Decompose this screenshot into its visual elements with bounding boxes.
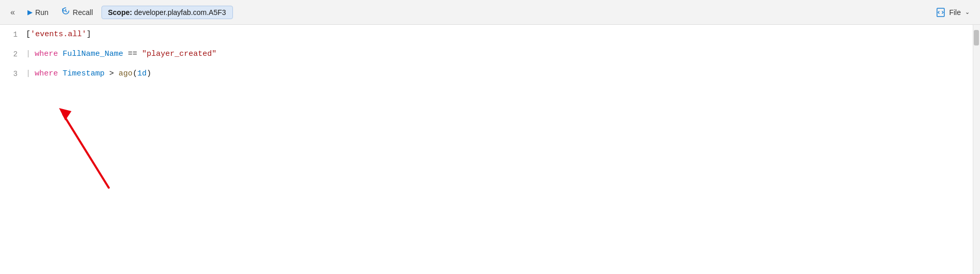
token-ago: ago <box>119 64 133 84</box>
line-pipe-2: | <box>26 44 31 64</box>
toolbar: « ▶ Run Recall Scope: developer.playfab.… <box>0 0 980 25</box>
line-pipe-3: | <box>26 64 31 84</box>
code-editor[interactable]: 1 ['events.all'] 2 | where FullName_Name… <box>0 25 980 274</box>
run-icon: ▶ <box>27 8 33 16</box>
collapse-button[interactable]: « <box>6 6 19 19</box>
line-number-3: 3 <box>0 64 26 84</box>
line-1-content: ['events.all'] <box>26 25 91 44</box>
code-line-3: 3 | where Timestamp > ago(1d) <box>0 64 980 84</box>
line-number-1: 1 <box>0 25 26 44</box>
token-bracket-close: ] <box>86 25 91 44</box>
token-timestamp: Timestamp <box>63 64 105 84</box>
scope-badge: Scope: developer.playfab.com.A5F3 <box>101 6 233 19</box>
token-fullname: FullName_Name <box>63 44 123 64</box>
annotation-arrow <box>57 105 119 201</box>
token-eq: == <box>128 44 137 64</box>
recall-icon <box>61 7 70 18</box>
recall-label: Recall <box>73 8 93 17</box>
token-where-1: where <box>35 44 58 64</box>
scope-value-label: developer.playfab.com.A5F3 <box>134 8 226 17</box>
recall-button[interactable]: Recall <box>57 5 97 20</box>
token-gt: > <box>109 64 114 84</box>
token-paren-open: ( <box>133 64 137 84</box>
line-2-content: where FullName_Name == "player_created" <box>35 44 216 64</box>
run-label: Run <box>35 8 49 17</box>
code-line-2: 2 | where FullName_Name == "player_creat… <box>0 44 980 64</box>
scrollbar-track[interactable] <box>973 25 980 274</box>
line-number-2: 2 <box>0 44 26 64</box>
run-button[interactable]: ▶ Run <box>23 6 53 19</box>
token-bracket-open: [ <box>26 25 31 44</box>
file-label: File <box>949 8 961 17</box>
code-line-1: 1 ['events.all'] <box>0 25 980 44</box>
svg-line-1 <box>66 11 67 12</box>
token-where-2: where <box>35 64 58 84</box>
svg-marker-4 <box>59 108 71 120</box>
file-chevron-icon: ⌄ <box>965 9 970 16</box>
file-code-icon <box>935 7 946 18</box>
line-3-content: where Timestamp > ago(1d) <box>35 64 151 84</box>
scope-prefix-label: Scope: <box>108 8 133 17</box>
token-player-created: "player_created" <box>142 44 216 64</box>
scrollbar-thumb[interactable] <box>974 30 979 45</box>
svg-line-3 <box>63 114 109 188</box>
token-1d: 1d <box>137 64 147 84</box>
token-paren-close: ) <box>147 64 151 84</box>
token-string-events: 'events.all' <box>31 25 86 44</box>
file-button[interactable]: File ⌄ <box>931 5 974 20</box>
